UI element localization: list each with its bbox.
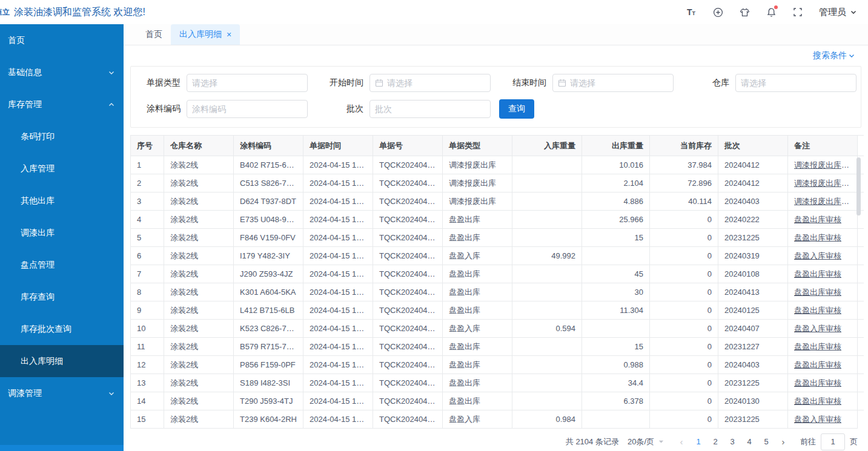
table-scrollbar[interactable]: [856, 157, 861, 216]
col-header-doc-type: 单据类型: [443, 136, 512, 156]
cell-doc-no: TQCK2024041....: [373, 320, 443, 338]
table-row: 2 涂装2线 C513 S826-7CS 2024-04-15 15:... T…: [131, 174, 864, 193]
batch-input[interactable]: [375, 104, 485, 114]
cell-in-weight: [512, 392, 582, 410]
cell-doc-time: 2024-04-15 14:...: [303, 374, 373, 392]
cell-remark-link[interactable]: 盘盈出库审核: [788, 374, 858, 392]
cell-doc-no: TQCK2024041....: [373, 356, 443, 374]
paint-code-input[interactable]: [192, 104, 302, 114]
sidebar-item-inbound-mgmt[interactable]: 入库管理: [0, 153, 124, 185]
cell-out-weight: 25.966: [582, 211, 650, 229]
cell-paint-code: J290 Z593-4JZ: [234, 265, 303, 283]
cell-current-stock: 0: [650, 374, 718, 392]
page-button-5[interactable]: 5: [758, 433, 775, 450]
cell-doc-time: 2024-04-15 15:...: [303, 193, 373, 211]
plus-circle-icon[interactable]: [712, 7, 723, 18]
page-button-1[interactable]: 1: [690, 433, 707, 450]
cell-in-weight: 0.594: [512, 320, 582, 338]
cell-remark-link[interactable]: 盘盈出库审核: [788, 211, 858, 229]
cell-doc-type: 盘盈出库: [443, 356, 512, 374]
goto-page-input[interactable]: [821, 433, 845, 450]
sidebar-item-barcode-print[interactable]: 条码打印: [0, 120, 124, 153]
cell-remark-link[interactable]: 盘盈出库审核: [788, 229, 858, 247]
cell-remark-link[interactable]: 调漆报废出库审核: [788, 174, 858, 193]
cell-batch: 20240319: [718, 247, 788, 265]
cell-doc-type: 调漆报废出库: [443, 193, 512, 211]
cell-in-weight: [512, 265, 582, 283]
cell-index: 11: [131, 338, 164, 356]
sidebar-item-paint-mixing-mgmt[interactable]: 调漆管理: [0, 377, 124, 409]
col-header-doc-no: 单据号: [373, 136, 443, 156]
cell-index: 12: [131, 356, 164, 374]
cell-paint-code: L412 B715-6LB: [234, 301, 303, 320]
cell-remark-link[interactable]: 盘盈出库审核: [788, 265, 858, 283]
cell-remark-link[interactable]: 盘盈出库审核: [788, 338, 858, 356]
cell-out-weight: 30: [582, 283, 650, 301]
warehouse-select[interactable]: [741, 78, 851, 88]
sidebar-item-other-outbound[interactable]: 其他出库: [0, 185, 124, 217]
page-button-4[interactable]: 4: [741, 433, 758, 450]
end-time-input[interactable]: [570, 78, 668, 88]
col-header-paint-code: 涂料编码: [234, 136, 303, 156]
cell-remark-link[interactable]: 盘盈出库审核: [788, 301, 858, 320]
cell-doc-no: TQCK2024041....: [373, 174, 443, 193]
sidebar-item-inventory-mgmt[interactable]: 库存管理: [0, 88, 124, 120]
cell-remark-link[interactable]: 盘盈入库审核: [788, 320, 858, 338]
doc-type-select[interactable]: [192, 78, 302, 88]
cell-doc-no: TQCK2024041....: [373, 156, 443, 174]
next-page-button[interactable]: ›: [775, 433, 792, 450]
page-button-3[interactable]: 3: [724, 433, 741, 450]
tab-inout-detail[interactable]: 出入库明细 ×: [171, 24, 240, 45]
cell-doc-no: TQCK2024041....: [373, 374, 443, 392]
sidebar-item-stocktaking[interactable]: 盘点管理: [0, 249, 124, 281]
cell-current-stock: 0: [650, 283, 718, 301]
cell-doc-type: 调漆报废出库: [443, 156, 512, 174]
cell-current-stock: 40.114: [650, 193, 718, 211]
cell-current-stock: 0: [650, 338, 718, 356]
sidebar-collapse-bar[interactable]: [0, 445, 124, 451]
sidebar-item-inout-detail[interactable]: 出入库明细: [0, 345, 124, 377]
close-icon[interactable]: ×: [227, 30, 231, 39]
sidebar-item-batch-query[interactable]: 库存批次查询: [0, 313, 124, 345]
cell-out-weight: 10.016: [582, 156, 650, 174]
cell-current-stock: 0: [650, 320, 718, 338]
cell-remark-link[interactable]: 盘盈出库审核: [788, 283, 858, 301]
table-row: 13 涂装2线 S189 I482-3SI 2024-04-15 14:... …: [131, 374, 864, 392]
cell-batch: 20231225: [718, 374, 788, 392]
tab-home[interactable]: 首页: [137, 24, 171, 45]
cell-doc-time: 2024-04-15 14:...: [303, 247, 373, 265]
sidebar-item-basic-info[interactable]: 基础信息: [0, 56, 124, 88]
query-button[interactable]: 查询: [499, 99, 534, 119]
sidebar-item-inventory-query[interactable]: 库存查询: [0, 281, 124, 313]
page-size-select[interactable]: 20条/页: [628, 436, 664, 447]
fullscreen-icon[interactable]: [792, 7, 803, 18]
cell-doc-type: 盘盈入库: [443, 320, 512, 338]
search-conditions-toggle[interactable]: 搜索条件: [813, 50, 855, 61]
cell-remark-link[interactable]: 盘盈出库审核: [788, 356, 858, 374]
sidebar-item-home[interactable]: 首页: [0, 24, 124, 56]
theme-shirt-icon[interactable]: [739, 7, 750, 18]
bell-icon[interactable]: [766, 7, 777, 18]
cell-doc-time: 2024-04-15 14:...: [303, 320, 373, 338]
cell-paint-code: B579 R715-7AQ: [234, 338, 303, 356]
cell-index: 7: [131, 265, 164, 283]
cell-current-stock: 0: [650, 301, 718, 320]
cell-remark-link[interactable]: 调漆报废出库审核: [788, 193, 858, 211]
font-size-icon[interactable]: TT: [686, 7, 697, 18]
cell-remark-link[interactable]: 盘盈出库审核: [788, 392, 858, 410]
cell-remark-link[interactable]: 调漆报废出库审核: [788, 156, 858, 174]
cell-doc-no: TQCK2024041....: [373, 392, 443, 410]
col-header-doc-time: 单据时间: [303, 136, 373, 156]
prev-page-button[interactable]: ‹: [673, 433, 690, 450]
user-menu[interactable]: 管理员: [819, 7, 857, 18]
table-row: 10 涂装2线 K523 C826-7MA 2024-04-15 14:... …: [131, 320, 864, 338]
page-button-2[interactable]: 2: [707, 433, 724, 450]
cell-remark-link[interactable]: 盘盈入库审核: [788, 410, 858, 429]
cell-warehouse: 涂装2线: [164, 410, 234, 429]
cell-in-weight: 0.984: [512, 410, 582, 429]
cell-out-weight: [582, 320, 650, 338]
cell-remark-link[interactable]: 盘盈入库审核: [788, 247, 858, 265]
start-time-input[interactable]: [387, 78, 485, 88]
sidebar-item-paint-outbound[interactable]: 调漆出库: [0, 217, 124, 249]
cell-index: 9: [131, 301, 164, 320]
